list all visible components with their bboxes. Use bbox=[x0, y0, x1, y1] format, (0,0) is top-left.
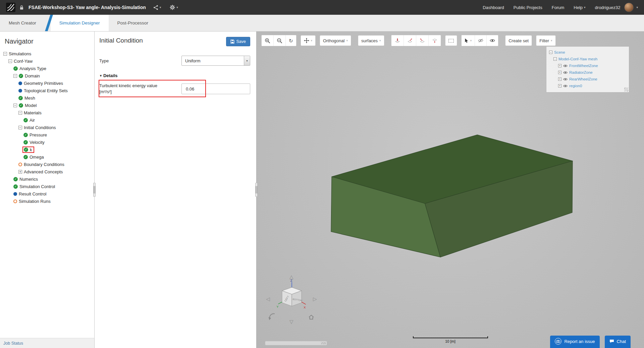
projection-dropdown[interactable]: Orthogonal ▾ bbox=[320, 35, 351, 46]
rotate-up-icon[interactable]: △ bbox=[289, 274, 293, 279]
tree-item-model[interactable]: −✓Model bbox=[0, 102, 94, 109]
orientation-gizmo[interactable]: △ ◁ ▷ ▽ LEFT BOTTOM Z X Y bbox=[262, 274, 323, 334]
view-cube[interactable]: LEFT BOTTOM Z X Y bbox=[276, 279, 308, 314]
reset-view-button[interactable]: ↻ bbox=[285, 35, 296, 46]
share-menu-button[interactable]: ▾ bbox=[152, 4, 163, 11]
scene-item-scene[interactable]: − Scene bbox=[549, 49, 626, 56]
settings-panel-resize-handle[interactable] bbox=[255, 183, 258, 197]
expand-toggle-icon[interactable]: + bbox=[558, 64, 561, 67]
collapse-toggle-icon[interactable]: − bbox=[18, 126, 22, 129]
collapse-toggle-icon[interactable]: − bbox=[13, 104, 17, 107]
app-logo-icon[interactable] bbox=[6, 3, 15, 12]
tree-item-numerics[interactable]: ✓Numerics bbox=[0, 175, 94, 183]
chevron-down-icon[interactable]: ▾ bbox=[636, 6, 638, 9]
tree-item-label: Topological Entity Sets bbox=[24, 88, 68, 93]
tree-item-mesh[interactable]: ✓Mesh bbox=[0, 94, 94, 102]
home-view-icon[interactable] bbox=[308, 314, 314, 320]
rotate-left-icon[interactable]: ◁ bbox=[266, 296, 270, 301]
scene-item-radiatorzone[interactable]: + RadiatorZone bbox=[549, 69, 626, 76]
collapse-toggle-icon[interactable]: − bbox=[549, 51, 552, 54]
tree-item-domain[interactable]: −✓Domain bbox=[0, 72, 94, 79]
tree-item-omega[interactable]: ✓Omega bbox=[0, 153, 94, 161]
details-section-header[interactable]: ▼ Details bbox=[99, 73, 256, 78]
render-mode-dropdown[interactable]: surfaces ▾ bbox=[358, 35, 384, 46]
chat-button[interactable]: Chat bbox=[605, 336, 631, 348]
collapse-toggle-icon[interactable]: − bbox=[3, 52, 7, 56]
tree-item-simulation-control[interactable]: ✓Simulation Control bbox=[0, 183, 94, 190]
select-tool-button[interactable]: ▾ bbox=[462, 35, 475, 46]
visibility-eye-icon[interactable] bbox=[563, 64, 568, 67]
navigator-resize-handle[interactable] bbox=[93, 183, 96, 197]
tree-item-geometry-primitives[interactable]: Geometry Primitives bbox=[0, 79, 94, 87]
collapse-toggle-icon[interactable]: − bbox=[13, 74, 17, 78]
tree-item-conf-yaw[interactable]: −Conf-Yaw bbox=[0, 57, 94, 65]
save-button[interactable]: Save bbox=[226, 37, 251, 46]
tree-item-label: Mesh bbox=[24, 96, 35, 101]
type-select[interactable]: Uniform ▼ bbox=[181, 56, 250, 66]
scene-item-frontwheelzone[interactable]: + FrontWheelZone bbox=[549, 62, 626, 69]
section-y-button[interactable] bbox=[416, 35, 428, 46]
tree-item-air[interactable]: ✓Air bbox=[0, 116, 94, 124]
show-all-button[interactable] bbox=[486, 35, 498, 46]
tree-item-simulations[interactable]: −Simulations bbox=[0, 50, 94, 57]
rotate-clockwise-icon[interactable] bbox=[268, 312, 277, 321]
collapse-toggle-icon[interactable]: − bbox=[8, 59, 12, 63]
tab-mesh-creator[interactable]: Mesh Creator bbox=[0, 15, 45, 31]
tree-item-analysis-type[interactable]: ✓Analysis Type bbox=[0, 65, 94, 72]
tree-item-topological-entity-sets[interactable]: Topological Entity Sets bbox=[0, 87, 94, 94]
tree-item-simulation-runs[interactable]: Simulation Runs bbox=[0, 197, 94, 205]
collapse-toggle-icon[interactable]: − bbox=[18, 111, 22, 115]
tab-post-processor[interactable]: Post-Processor bbox=[109, 15, 157, 31]
section-x-button[interactable] bbox=[404, 35, 416, 46]
pan-tool-button[interactable]: ▾ bbox=[301, 35, 316, 46]
tree-item-k[interactable]: ✓k bbox=[0, 146, 94, 153]
field-label: Turbulent kinetic energy value [m²/s²] bbox=[99, 83, 157, 95]
nav-link-dashboard[interactable]: Dashboard bbox=[483, 5, 504, 10]
tree-item-boundary-conditions[interactable]: Boundary Conditions bbox=[0, 161, 94, 168]
username[interactable]: drodriguez32 bbox=[595, 5, 621, 10]
rotate-down-icon[interactable]: ▽ bbox=[289, 319, 293, 324]
turbulent-kinetic-energy-input[interactable] bbox=[181, 83, 250, 94]
avatar[interactable] bbox=[624, 3, 634, 12]
report-issue-button[interactable]: Report an issue bbox=[550, 336, 599, 348]
tree-item-result-control[interactable]: Result Control bbox=[0, 190, 94, 197]
tree-item-pressure[interactable]: ✓Pressure bbox=[0, 131, 94, 138]
section-z-button[interactable] bbox=[428, 35, 441, 46]
scale-bar-label: 10 [m] bbox=[413, 339, 488, 343]
zoom-out-button[interactable] bbox=[273, 35, 285, 46]
main-area: Navigator −Simulations−Conf-Yaw✓Analysis… bbox=[0, 32, 644, 348]
select-arrow-icon[interactable]: ▼ bbox=[244, 56, 250, 65]
visibility-eye-icon[interactable] bbox=[563, 71, 568, 74]
section-plane-button[interactable] bbox=[391, 35, 404, 46]
scene-item-rearwheelzone[interactable]: + RearWheelZone bbox=[549, 76, 626, 82]
zoom-in-button[interactable] bbox=[262, 35, 273, 46]
tree-item-label: Advanced Concepts bbox=[24, 169, 63, 174]
collapse-toggle-icon[interactable]: − bbox=[553, 57, 557, 61]
nav-link-public-projects[interactable]: Public Projects bbox=[514, 5, 542, 10]
tree-item-materials[interactable]: −Materials bbox=[0, 109, 94, 116]
nav-link-forum[interactable]: Forum bbox=[552, 5, 565, 10]
tree-item-velocity[interactable]: ✓Velocity bbox=[0, 138, 94, 146]
box-select-button[interactable] bbox=[445, 35, 457, 46]
tree-item-advanced-concepts[interactable]: +Advanced Concepts bbox=[0, 168, 94, 175]
expand-toggle-icon[interactable]: + bbox=[558, 84, 561, 88]
scene-item-model-conf-yaw-mesh[interactable]: − Model-Conf-Yaw mesh bbox=[549, 56, 626, 62]
expand-toggle-icon[interactable]: + bbox=[558, 71, 561, 74]
visibility-eye-icon[interactable] bbox=[563, 84, 568, 88]
create-set-button[interactable]: Create set bbox=[505, 35, 532, 46]
viewport-3d[interactable]: ↻ ▾ Orthogonal ▾ surfaces ▾ bbox=[257, 32, 644, 348]
nav-link-help[interactable]: Help ▾ bbox=[574, 5, 585, 10]
filter-dropdown[interactable]: Filter ▾ bbox=[536, 35, 555, 46]
expand-toggle-icon[interactable]: + bbox=[558, 77, 561, 81]
tree-item-label: Boundary Conditions bbox=[24, 162, 64, 167]
scene-item-region0[interactable]: + region0 bbox=[549, 82, 626, 89]
tab-simulation-designer[interactable]: Simulation Designer bbox=[51, 15, 109, 31]
expand-toggle-icon[interactable]: + bbox=[18, 170, 22, 174]
settings-menu-button[interactable]: ▾ bbox=[168, 3, 179, 11]
job-status-bar[interactable]: Job Status bbox=[0, 338, 94, 348]
scene-tree-panel[interactable]: − Scene − Model-Conf-Yaw mesh + FrontWhe… bbox=[546, 46, 629, 93]
visibility-eye-icon[interactable] bbox=[563, 78, 568, 81]
rotate-right-icon[interactable]: ▷ bbox=[313, 296, 317, 301]
tree-item-initial-conditions[interactable]: −Initial Conditions bbox=[0, 124, 94, 131]
hide-selection-button[interactable] bbox=[475, 35, 486, 46]
